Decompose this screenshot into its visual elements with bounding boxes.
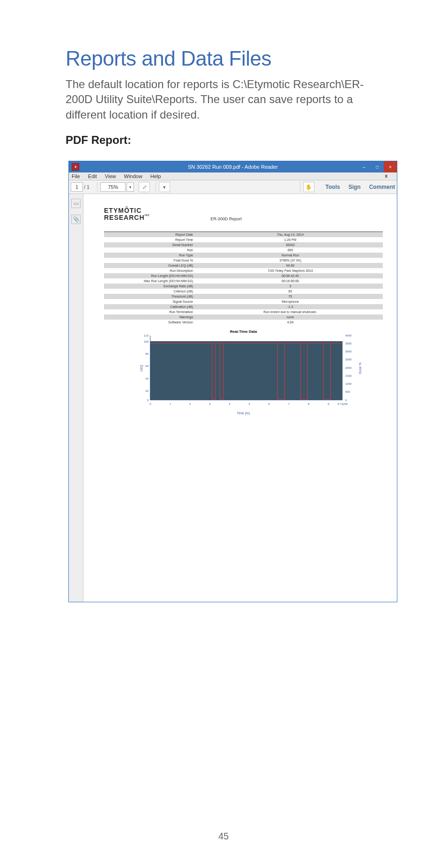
meta-label: Signal Source xyxy=(104,300,198,303)
minimize-button[interactable]: – xyxy=(358,161,371,172)
menu-file[interactable]: File xyxy=(72,173,80,179)
meta-row: Warningsnone xyxy=(104,314,383,320)
meta-value: 00:09:42:45 xyxy=(198,274,383,277)
meta-row: Software Version4.04 xyxy=(104,320,383,325)
right-axis-tick: 3000 xyxy=(345,350,351,353)
window-titlebar[interactable]: ✦ SN 30262 Run 009.pdf - Adobe Reader – … xyxy=(69,161,397,172)
meta-value: none xyxy=(198,315,383,319)
meta-value: 00:16:00:00 xyxy=(198,279,383,283)
right-axis-tick: 2500 xyxy=(345,358,351,361)
x-axis-tick: 7 xyxy=(288,403,290,405)
menu-help[interactable]: Help xyxy=(150,173,161,179)
page-total: / 1 xyxy=(84,184,89,190)
meta-value: Run ended due to manual shutdown. xyxy=(198,310,383,314)
x-axis-tick: 2 xyxy=(189,403,191,405)
meta-label: Threshold (dB) xyxy=(104,295,198,298)
close-button[interactable]: × xyxy=(384,161,397,172)
x-axis-tick: 6 xyxy=(268,403,270,405)
meta-value: -1.3 xyxy=(198,305,383,308)
leq-dip xyxy=(220,343,224,400)
x-axis-tick: 8 xyxy=(308,403,309,405)
meta-row: Threshold (dB)75 xyxy=(104,294,383,299)
right-axis-tick: 4000 xyxy=(345,334,351,337)
subheading: PDF Report: xyxy=(66,134,386,147)
thumbnails-icon[interactable]: ▭ xyxy=(71,199,81,208)
meta-row: Final Dose %3790% (37.9X) xyxy=(104,258,383,263)
meta-label: Report Date xyxy=(104,233,198,236)
read-mode-icon[interactable]: ⤢ xyxy=(139,182,150,192)
x-axis-tick: 1 xyxy=(170,403,171,405)
right-axis-tick: 3500 xyxy=(345,342,351,345)
meta-value: 1:26 PM xyxy=(198,238,383,241)
comment-panel-button[interactable]: Comment xyxy=(369,184,395,190)
meta-label: Max Run Length (DD:HH:MM:SS) xyxy=(104,279,198,283)
x-axis-tick: 9.71259 xyxy=(337,403,348,405)
meta-row: Max Run Length (DD:HH:MM:SS)00:16:00:00 xyxy=(104,278,383,284)
attachments-icon[interactable]: 📎 xyxy=(71,215,81,224)
left-axis-tick: 20 xyxy=(145,389,149,392)
meta-label: Software Version xyxy=(104,321,198,324)
navigation-rail: ▭ 📎 xyxy=(69,194,83,602)
meta-row: Overall LEQ (dB)99.89 xyxy=(104,263,383,268)
separator xyxy=(156,182,156,192)
maximize-button[interactable]: □ xyxy=(371,161,384,172)
meta-label: Calibration (dB) xyxy=(104,305,198,308)
left-axis-tick: 110 xyxy=(144,334,149,337)
meta-value: 85 xyxy=(198,290,383,293)
meta-row: Signal SourceMicrophone xyxy=(104,299,383,304)
sign-panel-button[interactable]: Sign xyxy=(349,184,361,190)
meta-label: Serial Number xyxy=(104,243,198,247)
menu-edit[interactable]: Edit xyxy=(88,173,97,179)
adobe-reader-window: ✦ SN 30262 Run 009.pdf - Adobe Reader – … xyxy=(68,161,397,602)
left-axis-tick: 100 xyxy=(144,340,149,343)
zoom-dropdown[interactable]: ▾ xyxy=(127,182,134,192)
meta-row: Serial Number30262 xyxy=(104,242,383,247)
right-axis-tick: 500 xyxy=(345,390,350,393)
meta-value: 3790% (37.9X) xyxy=(198,259,383,262)
leq-dip xyxy=(277,343,285,400)
meta-label: Run Length (DD:HH:MM:SS) xyxy=(104,274,198,277)
right-axis-tick: 1500 xyxy=(345,374,351,377)
x-axis-tick: 5 xyxy=(248,403,250,405)
right-axis-label: Dose % xyxy=(358,362,362,374)
zoom-input[interactable]: 75% xyxy=(100,182,126,192)
meta-value: Microphone xyxy=(198,300,383,303)
page-number: 45 xyxy=(0,831,447,842)
left-axis-label: LEQ xyxy=(140,365,143,371)
meta-label: Final Dose % xyxy=(104,259,198,262)
left-axis-tick: 40 xyxy=(145,377,149,380)
section-body: The default location for reports is C:\E… xyxy=(66,77,386,122)
hide-menubar-button[interactable]: x xyxy=(385,173,387,179)
leq-dip xyxy=(323,343,331,400)
report-title: ER-200D Report xyxy=(83,217,369,221)
menu-window[interactable]: Window xyxy=(124,173,142,179)
meta-row: Report DateThu, Aug 14, 2014 xyxy=(104,232,383,237)
more-tools-dropdown[interactable]: ▾ xyxy=(159,182,170,192)
meta-row: Run Description7/20 Tinley Park Mayhem 2… xyxy=(104,268,383,273)
dose-area-fill xyxy=(150,341,343,400)
meta-label: Overall LEQ (dB) xyxy=(104,264,198,267)
left-axis-tick: 60 xyxy=(145,365,149,367)
hand-tool-icon[interactable]: ✋ xyxy=(303,182,314,192)
section-heading: Reports and Data Files xyxy=(66,47,386,70)
separator xyxy=(300,182,300,192)
report-meta-table: Report DateThu, Aug 14, 2014Report Time1… xyxy=(104,232,383,325)
meta-row: Run TerminationRun ended due to manual s… xyxy=(104,309,383,314)
meta-value: 7/20 Tinley Park Mayhem 2014 xyxy=(198,269,383,272)
meta-label: Run Description xyxy=(104,269,198,272)
menu-view[interactable]: View xyxy=(105,173,116,179)
document-area[interactable]: ETYMŌTIC RESEARCHINC ER-200D Report Repo… xyxy=(83,194,397,602)
meta-label: Warnings xyxy=(104,315,198,319)
meta-value: Thu, Aug 14, 2014 xyxy=(198,233,383,236)
meta-row: Report Time1:26 PM xyxy=(104,237,383,242)
realtime-chart: LEQ Dose % 52040608010011005001000150020… xyxy=(132,336,364,411)
meta-label: Run xyxy=(104,248,198,252)
meta-label: Report Time xyxy=(104,238,198,241)
page-number-input[interactable]: 1 xyxy=(71,182,83,192)
meta-value: 75 xyxy=(198,295,383,298)
right-axis-tick: 1000 xyxy=(345,382,351,385)
meta-row: Exchange Rate (dB)3 xyxy=(104,284,383,289)
meta-value: 4.04 xyxy=(198,321,383,324)
tools-panel-button[interactable]: Tools xyxy=(326,184,340,190)
meta-label: Run Type xyxy=(104,254,198,257)
